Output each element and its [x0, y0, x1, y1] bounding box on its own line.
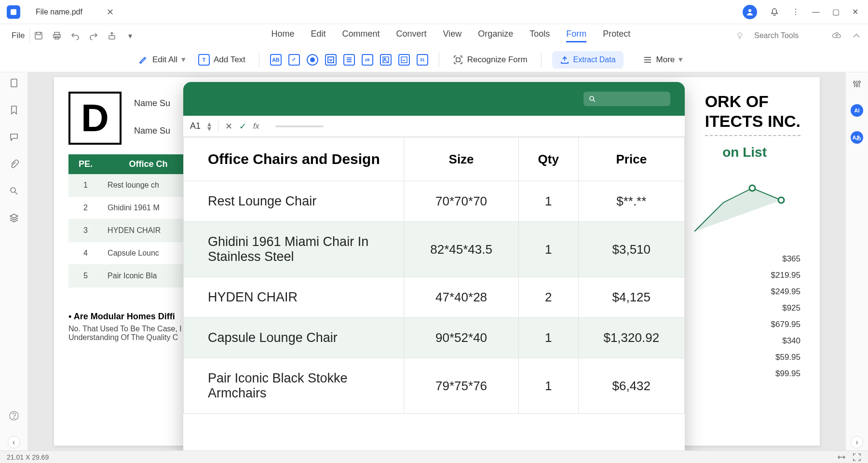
formula-input[interactable]	[275, 125, 324, 127]
svg-point-7	[738, 33, 742, 37]
undo-icon[interactable]	[70, 31, 80, 41]
fit-width-icon[interactable]	[837, 453, 846, 462]
lightbulb-icon[interactable]	[735, 31, 745, 41]
extract-data-button[interactable]: Extract Data	[552, 51, 624, 68]
recognize-form-label: Recognize Form	[467, 55, 528, 65]
name-field-2: Name Su	[134, 126, 170, 136]
window-close-icon[interactable]: ✕	[852, 7, 858, 16]
sidebar-collapse-left-icon[interactable]: ‹	[8, 436, 20, 449]
tab-edit[interactable]: Edit	[311, 29, 326, 42]
cancel-formula-icon[interactable]: ✕	[225, 121, 232, 132]
image-field-icon[interactable]	[380, 54, 392, 66]
svg-point-22	[14, 418, 14, 419]
dropdown-field-icon[interactable]	[325, 54, 337, 66]
sidebar-collapse-right-icon[interactable]: ›	[851, 436, 863, 449]
listbox-field-icon[interactable]	[343, 54, 355, 66]
separator	[541, 53, 542, 67]
window-maximize-icon[interactable]: ▢	[832, 7, 840, 16]
app-icon[interactable]	[7, 5, 20, 19]
document-tab[interactable]: File name.pdf ✕	[27, 0, 122, 24]
add-text-button[interactable]: T Add Text	[195, 52, 248, 68]
file-menu[interactable]: File	[7, 29, 30, 42]
svg-point-1	[748, 9, 751, 12]
col-header-size[interactable]: Size	[404, 137, 519, 181]
redo-icon[interactable]	[89, 31, 98, 41]
cell-reference[interactable]: A1	[190, 121, 201, 131]
col-header-qty[interactable]: Qty	[518, 137, 578, 181]
svg-rect-15	[456, 58, 460, 62]
cloud-upload-icon[interactable]	[831, 30, 842, 41]
col-header-price[interactable]: Price	[578, 137, 684, 181]
tab-comment[interactable]: Comment	[342, 29, 380, 42]
accept-formula-icon[interactable]: ✓	[239, 121, 246, 132]
header-row: Office Chairs and Design Size Qty Price	[184, 137, 685, 181]
checkbox-field-icon[interactable]: ✓	[288, 54, 300, 66]
table-row: Ghidini 1961 Miami Chair In Stainless St…	[184, 222, 685, 277]
extracted-data-panel[interactable]: A1 ▴▾ ✕ ✓ fx Office Chairs and Design Si…	[183, 82, 685, 458]
form-ribbon: Edit All ▾ T Add Text AB ✓ ok 31 Recogni…	[0, 47, 868, 72]
date-field-icon[interactable]: 31	[417, 54, 428, 66]
svg-point-31	[590, 96, 594, 100]
svg-point-29	[749, 185, 755, 191]
text-field-icon[interactable]: AB	[270, 54, 282, 66]
more-button[interactable]: More ▾	[640, 53, 686, 67]
svg-point-28	[858, 81, 860, 83]
tab-filename: File name.pdf	[36, 8, 82, 16]
radio-field-icon[interactable]	[307, 54, 318, 66]
company-logo: D	[68, 92, 122, 145]
user-avatar-icon[interactable]	[743, 5, 757, 19]
tab-close-icon[interactable]: ✕	[107, 7, 114, 17]
sheet-search-input[interactable]	[583, 92, 670, 106]
thumbnails-icon[interactable]	[8, 77, 20, 89]
quick-access-toolbar: ▾	[34, 31, 135, 41]
translate-badge-icon[interactable]: Aあ	[851, 131, 863, 144]
comments-icon[interactable]	[8, 131, 20, 143]
tab-organize[interactable]: Organize	[478, 29, 513, 42]
sparkline-chart	[694, 174, 791, 241]
attachments-icon[interactable]	[8, 158, 20, 170]
fx-icon[interactable]: fx	[253, 122, 259, 131]
share-icon[interactable]	[107, 31, 117, 41]
print-icon[interactable]	[52, 31, 62, 41]
section-heading: on List	[722, 145, 767, 160]
recognize-form-button[interactable]: Recognize Form	[450, 53, 530, 67]
tab-convert[interactable]: Convert	[396, 29, 426, 42]
sheet-table[interactable]: Office Chairs and Design Size Qty Price …	[183, 137, 685, 414]
fullscreen-icon[interactable]	[853, 453, 861, 462]
cell-ref-stepper-icon[interactable]: ▴▾	[207, 122, 211, 131]
help-icon[interactable]	[8, 410, 20, 422]
bell-icon[interactable]	[770, 7, 779, 17]
signature-field-icon[interactable]	[398, 54, 410, 66]
ai-badge-icon[interactable]: AI	[851, 104, 863, 117]
price-list: $365 $219.95 $249.95 $925 $679.95 $340 $…	[771, 251, 800, 382]
svg-rect-8	[328, 57, 334, 63]
left-sidebar: ‹	[0, 72, 28, 450]
save-icon[interactable]	[34, 31, 43, 41]
svg-point-26	[854, 82, 855, 83]
col-header-name[interactable]: Office Chairs and Design	[184, 137, 404, 181]
collapse-ribbon-icon[interactable]	[852, 31, 861, 41]
more-label: More	[656, 55, 675, 65]
tab-tools[interactable]: Tools	[529, 29, 550, 42]
settings-sliders-icon[interactable]	[851, 78, 863, 90]
bookmarks-icon[interactable]	[8, 104, 20, 116]
tab-home[interactable]: Home	[271, 29, 294, 42]
tab-view[interactable]: View	[443, 29, 462, 42]
right-sidebar: AI Aあ ›	[846, 72, 868, 450]
bg-table: PE.Office Ch 1Rest lounge ch 2Ghidini 19…	[68, 154, 194, 287]
button-field-icon[interactable]: ok	[362, 54, 373, 66]
kebab-menu-icon[interactable]: ⋮	[792, 7, 800, 16]
qat-dropdown-icon[interactable]: ▾	[125, 31, 135, 41]
tab-form[interactable]: Form	[566, 29, 586, 42]
layers-icon[interactable]	[8, 212, 20, 224]
window-minimize-icon[interactable]: —	[812, 8, 820, 16]
svg-point-30	[778, 197, 784, 203]
svg-point-13	[384, 58, 385, 59]
edit-all-button[interactable]: Edit All ▾	[135, 53, 189, 67]
separator	[259, 53, 259, 67]
tab-protect[interactable]: Protect	[603, 29, 630, 42]
search-tools-input[interactable]	[754, 31, 822, 40]
table-row: HYDEN CHAIR 47*40*28 2 $4,125	[184, 277, 685, 318]
table-row: Rest Lounge Chair 70*70*70 1 $**.**	[184, 181, 685, 222]
search-icon[interactable]	[8, 185, 20, 197]
